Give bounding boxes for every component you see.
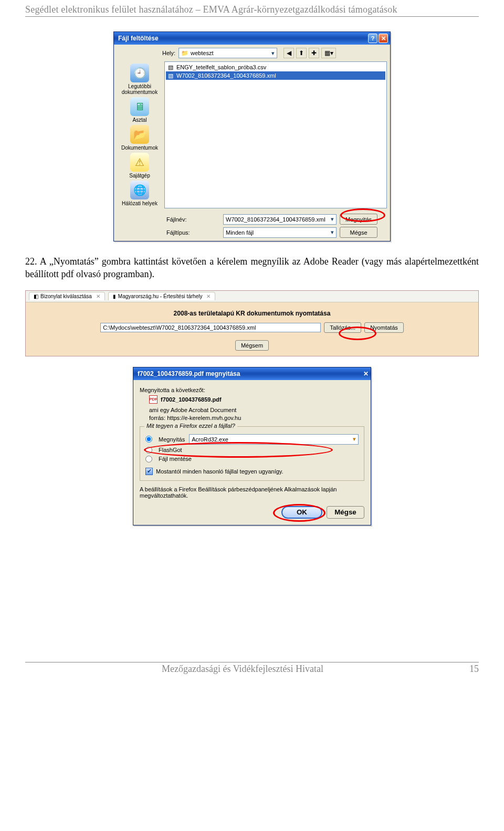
open-with-app: AcroRd32.exe: [192, 436, 228, 443]
folder-icon: 📁: [181, 50, 188, 57]
file-upload-dialog: Fájl feltöltése ? ✕ Hely: 📁 webteszt ▾ ◀…: [113, 31, 391, 241]
location-dropdown[interactable]: 📁 webteszt ▾: [178, 48, 277, 58]
dialog-title: Fájl feltöltése: [118, 35, 159, 42]
place-label: Asztal: [119, 117, 160, 123]
file-icon: ▧: [167, 64, 174, 71]
remember-checkbox[interactable]: ✔: [145, 468, 153, 475]
file-list[interactable]: ▧ ENGY_tetelfelt_sablon_próba3.csv ▧ W70…: [164, 61, 387, 208]
source-prefix: forrás:: [149, 415, 165, 421]
open-with-label: Megnyitás: [159, 436, 185, 443]
browser-tab[interactable]: ▮ Magyarország.hu - Értesítési tárhely ✕: [108, 292, 216, 300]
chevron-down-icon: ▾: [331, 229, 334, 236]
flashgot-label: FlashGot: [159, 447, 182, 453]
documents-icon: 📂: [130, 125, 149, 144]
filename-input[interactable]: W7002_8106372364_1004376859.xml ▾: [223, 214, 337, 225]
flashgot-radio[interactable]: [145, 447, 152, 454]
web-print-panel: ◧ Bizonylat kiválasztása ✕ ▮ Magyarorszá…: [25, 290, 479, 356]
dialog-titlebar: Fájl feltöltése ? ✕: [114, 32, 390, 45]
open-with-radio[interactable]: [145, 436, 152, 443]
remember-label: Mostantól minden hasonló fájllal tegyen …: [156, 468, 284, 475]
new-folder-icon[interactable]: ✚: [309, 48, 319, 58]
download-dialog: f7002_1004376859.pdf megnyitása ✕ Megnyi…: [133, 367, 371, 525]
location-label: Hely:: [162, 50, 175, 56]
place-network[interactable]: 🌐 Hálózati helyek: [119, 181, 160, 206]
settings-note: A beállítások a Firefox Beállítások párb…: [140, 486, 364, 499]
body-paragraph: 22. A „Nyomtatás” gombra kattintást köve…: [25, 255, 479, 281]
save-file-radio[interactable]: [145, 456, 152, 462]
filetype-value: Minden fájl: [226, 229, 254, 236]
network-icon: 🌐: [130, 181, 149, 199]
file-name: ENGY_tetelfelt_sablon_próba3.csv: [176, 64, 266, 70]
cancel-button[interactable]: Mégsem: [235, 340, 269, 351]
place-label: Sajátgép: [119, 173, 160, 178]
tab-close-icon[interactable]: ✕: [206, 293, 211, 299]
group-legend: Mit tegyen a Firefox ezzel a fájllal?: [144, 423, 237, 429]
download-filename: f7002_1004376859.pdf: [161, 396, 222, 403]
open-button[interactable]: Megnyitás: [340, 214, 377, 225]
dialog-titlebar: f7002_1004376859.pdf megnyitása ✕: [133, 367, 371, 380]
tab-close-icon[interactable]: ✕: [96, 293, 100, 299]
chevron-down-icon: ▾: [331, 216, 334, 223]
footer-org: Mezőgazdasági és Vidékfejlesztési Hivata…: [25, 664, 460, 675]
dialog-title: f7002_1004376859.pdf megnyitása: [138, 370, 240, 377]
close-icon[interactable]: ✕: [363, 370, 369, 377]
filename-label: Fájlnév:: [117, 216, 220, 223]
back-icon[interactable]: ◀: [284, 48, 294, 58]
file-path-input[interactable]: [100, 323, 321, 332]
close-icon[interactable]: ✕: [379, 34, 388, 43]
footer-page-number: 15: [460, 664, 479, 675]
view-menu-icon[interactable]: ▦▾: [321, 48, 336, 58]
place-mycomputer[interactable]: ⚠ Sajátgép: [119, 153, 160, 178]
page-header: Segédlet elektronikus felület használatá…: [25, 0, 479, 17]
filetype-dropdown[interactable]: Minden fájl ▾: [223, 227, 337, 238]
source-value: https://e-kerelem.mvh.gov.hu: [167, 415, 241, 421]
type-value: Adobe Acrobat Document: [171, 407, 236, 413]
desktop-icon: 🖥: [130, 97, 149, 116]
ok-button[interactable]: OK: [281, 506, 322, 519]
filename-value: W7002_8106372364_1004376859.xml: [226, 216, 326, 223]
help-icon[interactable]: ?: [368, 34, 377, 43]
browser-tab[interactable]: ◧ Bizonylat kiválasztása ✕: [29, 292, 105, 300]
places-bar: 🕘 Legutóbbi dokumentumok 🖥 Asztal 📂 Doku…: [117, 61, 162, 208]
cancel-button[interactable]: Mégse: [327, 506, 364, 519]
tab-label: Magyarország.hu - Értesítési tárhely: [118, 293, 203, 299]
warning-icon: ⚠: [130, 153, 149, 172]
opened-label: Megnyitotta a következőt:: [140, 387, 364, 393]
chevron-down-icon: ▾: [353, 436, 356, 443]
browse-button[interactable]: Tallózás...: [324, 322, 361, 333]
place-label: Dokumentumok: [119, 145, 160, 151]
place-desktop[interactable]: 🖥 Asztal: [119, 97, 160, 123]
place-label: Hálózati helyek: [119, 201, 160, 206]
tab-label: Bizonylat kiválasztása: [40, 293, 92, 299]
tab-icon: ◧: [34, 293, 38, 299]
print-button[interactable]: Nyomtatás: [364, 322, 404, 333]
place-recent[interactable]: 🕘 Legutóbbi dokumentumok: [119, 64, 160, 95]
recent-icon: 🕘: [130, 64, 149, 82]
type-prefix: ami egy: [149, 407, 170, 413]
file-row[interactable]: ▧ W7002_8106372364_1004376859.xml: [166, 71, 385, 80]
file-icon: ▧: [167, 72, 174, 79]
filetype-label: Fájltípus:: [117, 229, 220, 236]
save-file-label: Fájl mentése: [159, 456, 192, 462]
up-icon[interactable]: ⬆: [296, 48, 307, 58]
place-documents[interactable]: 📂 Dokumentumok: [119, 125, 160, 151]
panel-title: 2008-as területalapú KR dokumentumok nyo…: [26, 302, 478, 320]
file-row[interactable]: ▧ ENGY_tetelfelt_sablon_próba3.csv: [166, 63, 385, 71]
file-name: W7002_8106372364_1004376859.xml: [176, 72, 276, 79]
place-label: Legutóbbi dokumentumok: [119, 83, 160, 95]
flag-icon: ▮: [113, 293, 116, 299]
pdf-icon: PDF: [149, 395, 158, 404]
open-with-dropdown[interactable]: AcroRd32.exe ▾: [189, 434, 359, 445]
location-value: webteszt: [191, 50, 213, 56]
chevron-down-icon: ▾: [271, 50, 275, 57]
cancel-button[interactable]: Mégse: [340, 227, 377, 238]
